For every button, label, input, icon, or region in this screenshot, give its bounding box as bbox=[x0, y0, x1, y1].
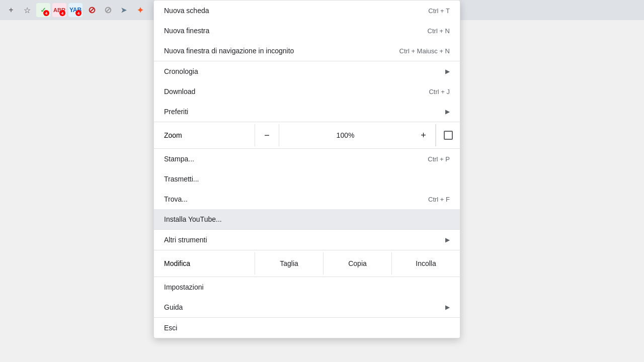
ext-block-icon[interactable]: ⊘ bbox=[85, 3, 99, 17]
more-tools-section: Altri strumenti ▶ bbox=[154, 230, 460, 250]
incognito-label: Nuova finestra di navigazione in incogni… bbox=[164, 47, 294, 55]
zoom-label: Zoom bbox=[164, 131, 182, 139]
new-tab-item[interactable]: Nuova scheda Ctrl + T bbox=[154, 1, 460, 21]
edit-section: Modifica Taglia Copia Incolla bbox=[154, 250, 460, 277]
ext-adblock-icon[interactable]: ✓ 4 bbox=[36, 3, 50, 17]
install-youtube-item[interactable]: Installa YouTube... bbox=[154, 209, 460, 229]
exit-section: Esci bbox=[154, 318, 460, 338]
exit-label: Esci bbox=[164, 324, 177, 332]
history-label: Cronologia bbox=[164, 67, 198, 75]
zoom-row: Zoom − 100% + bbox=[154, 122, 460, 148]
downloads-item[interactable]: Download Ctrl + J bbox=[154, 81, 460, 102]
more-tools-label: Altri strumenti bbox=[164, 236, 207, 244]
paste-button[interactable]: Incolla bbox=[392, 252, 460, 275]
fullscreen-button[interactable] bbox=[436, 124, 460, 146]
edit-label: Modifica bbox=[164, 259, 190, 267]
find-shortcut: Ctrl + F bbox=[428, 196, 450, 203]
more-tools-arrow-icon: ▶ bbox=[445, 236, 450, 243]
chrome-context-menu: Nuova scheda Ctrl + T Nuova finestra Ctr… bbox=[153, 0, 460, 338]
zoom-label-cell: Zoom bbox=[154, 131, 255, 139]
zoom-minus-icon: − bbox=[264, 130, 270, 141]
new-tab-label: Nuova scheda bbox=[164, 7, 209, 15]
ext-abr-icon[interactable]: ABR 4 bbox=[52, 3, 66, 17]
more-tools-item[interactable]: Altri strumenti ▶ bbox=[154, 230, 460, 250]
ext-disabled-icon[interactable]: ⊘ bbox=[101, 3, 115, 17]
zoom-plus-icon: + bbox=[421, 130, 426, 141]
history-item[interactable]: Cronologia ▶ bbox=[154, 61, 460, 81]
new-tab-shortcut: Ctrl + T bbox=[428, 7, 450, 15]
history-section: Cronologia ▶ Download Ctrl + J Preferiti… bbox=[154, 61, 460, 122]
cast-label: Trasmetti... bbox=[164, 175, 199, 183]
print-item[interactable]: Stampa... Ctrl + P bbox=[154, 149, 460, 169]
print-label: Stampa... bbox=[164, 155, 194, 163]
navigation-section: Nuova scheda Ctrl + T Nuova finestra Ctr… bbox=[154, 1, 460, 61]
edit-buttons: Taglia Copia Incolla bbox=[255, 252, 460, 275]
zoom-plus-button[interactable]: + bbox=[412, 124, 436, 146]
copy-button[interactable]: Copia bbox=[324, 252, 392, 275]
ext-arrow-icon[interactable]: ➤ bbox=[117, 3, 131, 17]
install-youtube-label: Installa YouTube... bbox=[164, 215, 222, 223]
edit-label-cell: Modifica bbox=[154, 259, 255, 267]
find-label: Trova... bbox=[164, 195, 188, 203]
new-tab-icon[interactable]: + bbox=[4, 3, 18, 17]
zoom-controls: − 100% + bbox=[255, 124, 460, 146]
copy-label: Copia bbox=[348, 259, 367, 267]
find-item[interactable]: Trova... Ctrl + F bbox=[154, 189, 460, 209]
edit-row: Modifica Taglia Copia Incolla bbox=[154, 250, 460, 277]
history-arrow-icon: ▶ bbox=[445, 68, 450, 75]
settings-label: Impostazioni bbox=[164, 283, 204, 291]
incognito-shortcut: Ctrl + Maiusc + N bbox=[399, 47, 450, 55]
bookmarks-label: Preferiti bbox=[164, 108, 188, 116]
new-window-label: Nuova finestra bbox=[164, 27, 209, 35]
bookmarks-item[interactable]: Preferiti ▶ bbox=[154, 102, 460, 122]
downloads-label: Download bbox=[164, 87, 195, 96]
settings-item[interactable]: Impostazioni bbox=[154, 277, 460, 297]
zoom-section: Zoom − 100% + bbox=[154, 122, 460, 149]
ext-yab-icon[interactable]: YAB 4 bbox=[68, 3, 83, 17]
exit-item[interactable]: Esci bbox=[154, 318, 460, 338]
paste-label: Incolla bbox=[416, 259, 436, 267]
cut-label: Taglia bbox=[280, 259, 298, 267]
bookmark-icon[interactable]: ☆ bbox=[20, 3, 34, 17]
ext-star-icon[interactable]: ✦ bbox=[133, 3, 147, 17]
tools-section: Stampa... Ctrl + P Trasmetti... Trova...… bbox=[154, 149, 460, 230]
help-item[interactable]: Guida ▶ bbox=[154, 297, 460, 317]
new-window-shortcut: Ctrl + N bbox=[428, 27, 450, 35]
zoom-minus-button[interactable]: − bbox=[255, 124, 279, 146]
help-label: Guida bbox=[164, 303, 183, 311]
print-shortcut: Ctrl + P bbox=[428, 155, 450, 163]
new-window-item[interactable]: Nuova finestra Ctrl + N bbox=[154, 21, 460, 41]
cut-button[interactable]: Taglia bbox=[255, 252, 324, 275]
incognito-item[interactable]: Nuova finestra di navigazione in incogni… bbox=[154, 41, 460, 61]
settings-section: Impostazioni Guida ▶ bbox=[154, 277, 460, 318]
cast-item[interactable]: Trasmetti... bbox=[154, 169, 460, 189]
bookmarks-arrow-icon: ▶ bbox=[445, 108, 450, 115]
fullscreen-icon bbox=[444, 131, 453, 140]
downloads-shortcut: Ctrl + J bbox=[429, 88, 450, 96]
help-arrow-icon: ▶ bbox=[445, 304, 450, 311]
zoom-value-display: 100% bbox=[279, 131, 412, 139]
